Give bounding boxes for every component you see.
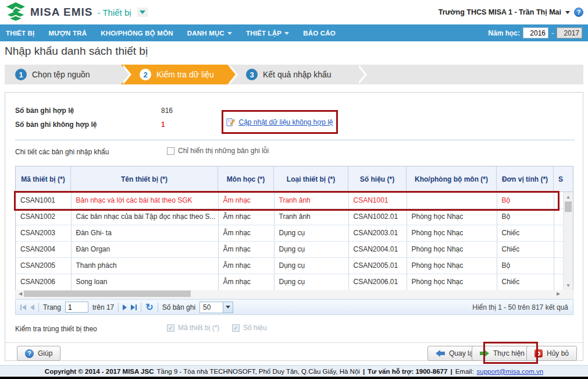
table-row[interactable]: CSAN1002Các bản nhạc của bài Tập đọc nhạ… — [16, 208, 564, 225]
nav-item-thiet-lap[interactable]: THIẾT LẬP — [246, 30, 289, 37]
table-cell: Phòng học Nhạc — [407, 274, 497, 290]
column-header: Đơn vị tính (*) — [497, 167, 554, 192]
step-label: Chọn tệp nguồn — [32, 70, 90, 79]
brand-area: MISA EMIS - Thiết bị — [5, 2, 148, 22]
table-cell: Chiếc — [497, 241, 554, 257]
table-cell: Âm nhạc — [218, 241, 274, 257]
nav-item-thiet-bi[interactable]: THIẾT BỊ — [6, 30, 35, 37]
nav-item-muon-tra[interactable]: MƯỢN TRẢ — [49, 30, 87, 37]
main-nav: THIẾT BỊ MƯỢN TRẢ KHO/PHÒNG BỘ MÔN DANH … — [0, 24, 588, 41]
valid-records-value: 816 — [161, 107, 173, 115]
user-dropdown-caret-icon[interactable] — [565, 11, 570, 14]
table-cell: CSAN2004.01 — [348, 241, 407, 257]
horizontal-scrollbar[interactable]: ◀ ▶ — [15, 290, 573, 299]
divider — [38, 303, 39, 312]
table-header-row: Mã thiết bị (*) Tên thiết bị (*) Môn học… — [15, 166, 573, 192]
page-of-label: trên 17 — [92, 303, 114, 311]
table-cell: Bộ — [497, 208, 554, 225]
divider — [141, 303, 141, 312]
page-size-value: 50 — [200, 302, 223, 313]
horizontal-scrollbar-thumb[interactable] — [24, 291, 191, 297]
support-email-link[interactable]: support@misa.com.vn — [477, 368, 544, 375]
module-dropdown-caret-icon[interactable] — [137, 8, 148, 17]
scroll-left-icon[interactable]: ◀ — [16, 290, 24, 297]
refresh-icon[interactable]: ↻ — [145, 303, 153, 312]
page-title: Nhập khẩu danh sách thiết bị — [5, 45, 148, 58]
column-header: Mã thiết bị (*) — [16, 167, 71, 192]
column-header: Môn học (*) — [218, 167, 274, 192]
question-circle-icon: ? — [25, 349, 34, 358]
main-panel: Số bản ghi hợp lệ 816 Số bản ghi không h… — [5, 92, 583, 361]
nav-item-bao-cao[interactable]: BÁO CÁO — [303, 30, 336, 37]
invalid-records-label: Số bản ghi không hợp lệ — [15, 121, 97, 129]
year-from-input[interactable] — [523, 27, 548, 38]
misa-logo-icon — [5, 2, 27, 22]
footer: Copyright © 2014 - 2017 MISA JSC Tầng 9 … — [0, 365, 588, 377]
page-number-input[interactable] — [65, 302, 88, 313]
table-cell: Chiếc — [497, 225, 554, 241]
help-icon[interactable]: ? — [574, 8, 583, 17]
table-cell: Dụng cụ — [274, 241, 348, 257]
first-page-button[interactable] — [20, 304, 26, 310]
bottom-bar — [0, 377, 588, 379]
table-cell: Song loan — [71, 274, 218, 290]
page-size-label: Số bản ghi — [162, 303, 195, 311]
page-size-select[interactable]: 50 — [199, 302, 233, 313]
support-text: Tư vấn hỗ trợ: 1900-8677 — [368, 368, 447, 375]
cancel-button[interactable]: Hủy bỏ — [526, 346, 577, 361]
last-page-button[interactable] — [131, 304, 137, 310]
table-cell — [407, 192, 497, 208]
year-to-input[interactable] — [557, 27, 582, 38]
duplicate-check-label: Kiểm tra trùng thiết bị theo — [15, 325, 97, 333]
next-page-button[interactable] — [123, 304, 127, 310]
table-cell: Âm nhạc — [218, 208, 274, 225]
scroll-up-icon[interactable]: ▲ — [564, 193, 573, 201]
table-cell: Âm nhạc — [218, 274, 274, 290]
checkbox-label: Chỉ hiển thị những bản ghi lỗi — [178, 147, 269, 155]
checkbox-label: Mã thiết bị (*) — [178, 324, 219, 332]
school-year-label: Năm học: — [488, 29, 520, 37]
table-body: CSAN1001Bản nhạc và lời các bài hát theo… — [16, 192, 564, 291]
vertical-scrollbar[interactable]: ▲ ▼ — [563, 192, 573, 290]
previous-page-button[interactable] — [30, 304, 34, 310]
show-errors-only-checkbox[interactable]: Chỉ hiển thị những bản ghi lỗi — [167, 147, 269, 155]
brand-name: MISA EMIS — [30, 6, 93, 19]
table-cell: Dụng cụ — [274, 225, 348, 241]
help-button[interactable]: ? Giúp — [17, 346, 60, 361]
wizard-step-3[interactable]: 3 Kết quả nhập khẩu — [227, 65, 357, 84]
school-year-area: Năm học: - — [488, 27, 582, 38]
table-cell: Âm nhạc — [218, 192, 274, 208]
nav-item-danh-muc[interactable]: DANH MỤC — [187, 30, 232, 37]
step-label: Kết quả nhập khẩu — [263, 70, 332, 79]
table-cell: Bộ — [497, 257, 554, 274]
update-invalid-data-link[interactable]: Cập nhật dữ liệu không hợp lệ — [238, 118, 333, 126]
column-header: S — [554, 167, 573, 192]
table-cell: Âm nhạc — [218, 257, 274, 274]
vertical-scrollbar-thumb[interactable] — [565, 201, 572, 212]
table-row[interactable]: CSAN1001Bản nhạc và lời các bài hát theo… — [16, 192, 564, 208]
scroll-right-icon[interactable]: ▶ — [554, 290, 562, 297]
table-row[interactable]: CSAN2006Song loanÂm nhạcDụng cụCSAN2006.… — [16, 274, 564, 290]
checkbox-label: Số hiệu — [243, 324, 267, 332]
page-label: Trang — [43, 303, 61, 311]
scroll-down-icon[interactable]: ▼ — [564, 281, 573, 289]
divider — [5, 342, 583, 343]
table-row[interactable]: CSAN2005Thanh pháchÂm nhạcDụng cụCSAN200… — [16, 257, 564, 274]
checkbox-checked-icon: ✓ — [167, 324, 174, 332]
copyright-text: Copyright © 2014 - 2017 MISA JSC — [45, 368, 154, 375]
chevron-down-icon — [223, 302, 233, 313]
table-row[interactable]: CSAN2003Đàn Ghi- taÂm nhạcDụng cụCSAN200… — [16, 225, 564, 241]
column-header: Số hiệu (*) — [348, 167, 407, 192]
table-cell: Đàn Ghi- ta — [71, 225, 218, 241]
table-row[interactable]: CSAN2004Đàn OrganÂm nhạcDụng cụCSAN2004.… — [16, 241, 564, 257]
nav-item-kho-phong[interactable]: KHO/PHÒNG BỘ MÔN — [101, 30, 173, 37]
cancel-icon — [534, 349, 543, 357]
pagination-bar: Trang trên 17 ↻ Số bản ghi 50 Hiển thị 1… — [15, 299, 573, 315]
wizard-step-1[interactable]: 1 Chọn tệp nguồn — [5, 65, 121, 84]
dup-check-code-checkbox[interactable]: ✓ Mã thiết bị (*) — [167, 324, 219, 332]
table-cell: CSAN1002.01 — [348, 208, 407, 225]
wizard-step-2-active[interactable]: 2 Kiểm tra dữ liệu — [121, 65, 227, 84]
execute-button[interactable]: Thực hiện — [472, 346, 533, 361]
wizard-steps: 1 Chọn tệp nguồn 2 Kiểm tra dữ liệu 3 Kế… — [5, 65, 583, 84]
dup-check-serial-checkbox[interactable]: ✓ Số hiệu — [232, 324, 267, 332]
